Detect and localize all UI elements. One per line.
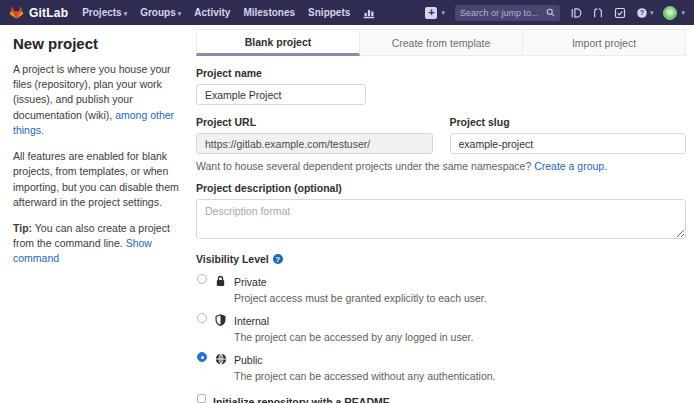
radio-public[interactable] [197,352,207,362]
tab-import-project[interactable]: Import project [523,29,686,56]
tab-blank-project[interactable]: Blank project [196,29,360,56]
project-slug-input[interactable] [450,133,687,154]
visibility-option-description: The project can be accessed by any logge… [234,331,473,343]
issues-icon[interactable] [570,7,582,19]
chevron-down-icon: ▾ [650,9,654,17]
visibility-option-name: Private [234,276,267,288]
nav-item-groups[interactable]: Groups▾ [140,7,181,18]
radio-private[interactable] [197,274,207,284]
nav-item-projects[interactable]: Projects▾ [82,7,127,18]
user-menu[interactable]: ▾ [663,6,685,20]
chevron-down-icon: ▾ [681,9,685,17]
visibility-option-name: Public [234,354,263,366]
project-name-input[interactable] [196,84,366,105]
global-search[interactable] [455,5,560,21]
search-icon [546,8,555,17]
page-content: New project A project is where you house… [0,25,694,403]
nav-item-milestones[interactable]: Milestones [243,7,295,18]
visibility-level-label: Visibility Level ? [196,253,686,265]
tab-create-from-template[interactable]: Create from template [360,29,523,56]
chevron-down-icon: ▾ [178,10,182,17]
visibility-option-description: The project can be accessed without any … [234,370,496,382]
new-menu-button[interactable]: +▾ [425,7,445,19]
shield-icon [215,312,227,330]
nav-item-activity[interactable]: Activity [194,7,230,18]
sidebar: New project A project is where you house… [0,25,196,278]
readme-option[interactable]: Initialize repository with a README Allo… [196,392,686,403]
gitlab-logo[interactable]: GitLab [9,5,68,20]
nav-links: Projects▾ Groups▾ Activity Milestones Sn… [82,7,375,19]
merge-request-icon[interactable] [592,7,604,19]
navbar-right: +▾ ? ▾ ▾ [425,5,685,21]
project-url-input[interactable] [196,133,433,154]
readme-label: Initialize repository with a README [213,396,390,403]
svg-text:?: ? [640,9,644,16]
avatar [663,6,677,20]
sidebar-paragraph-2: All features are enabled for blank proje… [13,149,186,210]
chevron-down-icon: ▾ [124,10,128,17]
nav-item-snippets[interactable]: Snippets [308,7,350,18]
readme-checkbox[interactable] [197,394,206,403]
namespace-hint: Want to house several dependent projects… [196,160,686,172]
new-project-form: Project name Project URL Project slug Wa… [196,56,686,403]
tanuki-icon [9,5,24,20]
visibility-option-private[interactable]: Private Project access must be granted e… [196,272,686,304]
create-a-group-link[interactable]: Create a group. [534,160,607,172]
plus-icon: + [425,7,437,19]
visibility-option-description: Project access must be granted explicitl… [234,292,487,304]
radio-internal[interactable] [197,313,207,323]
page-title: New project [13,35,186,52]
description-block: Project description (optional) [196,182,686,243]
project-description-label: Project description (optional) [196,182,686,194]
project-name-label: Project name [196,67,686,79]
sidebar-tip: Tip: You can also create a project from … [13,221,186,267]
project-slug-label: Project slug [450,116,687,128]
visibility-option-internal[interactable]: Internal The project can be accessed by … [196,311,686,343]
sidebar-paragraph-1: A project is where you house your files … [13,62,186,138]
project-url-label: Project URL [196,116,433,128]
globe-icon [215,351,227,369]
project-description-textarea[interactable] [196,199,686,239]
search-input[interactable] [460,8,546,18]
visibility-option-public[interactable]: Public The project can be accessed witho… [196,350,686,382]
lock-icon [215,273,227,291]
logo-text: GitLab [29,6,68,20]
top-navbar: GitLab Projects▾ Groups▾ Activity Milest… [0,0,694,25]
todos-icon[interactable] [614,7,626,19]
help-icon[interactable]: ? ▾ [636,7,654,19]
chart-icon[interactable] [363,7,375,19]
main-panel: Blank project Create from template Impor… [196,25,686,403]
chevron-down-icon: ▾ [441,9,445,17]
visibility-help-icon[interactable]: ? [273,254,283,264]
url-slug-row: Project URL Project slug [196,116,686,154]
tab-bar: Blank project Create from template Impor… [196,29,686,56]
visibility-option-name: Internal [234,315,269,327]
